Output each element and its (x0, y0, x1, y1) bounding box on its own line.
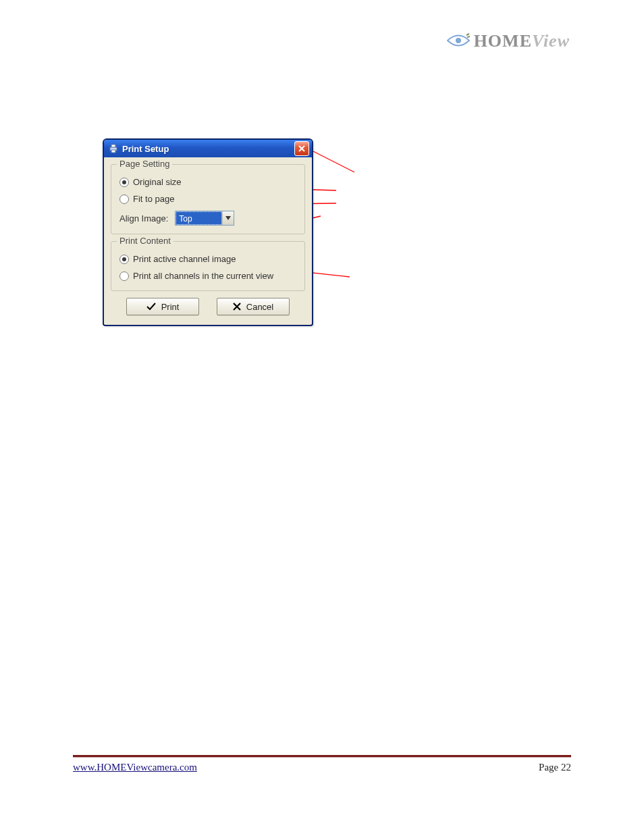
figure-area: Print Setup Page Setting Original size F… (101, 138, 385, 375)
dialog-body: Page Setting Original size Fit to page A… (104, 157, 312, 325)
eye-icon (447, 33, 470, 50)
close-icon (298, 145, 305, 152)
svg-rect-8 (111, 150, 115, 153)
original-size-label: Original size (133, 177, 182, 187)
brand-logo: HOMEView (447, 31, 570, 51)
print-setup-dialog: Print Setup Page Setting Original size F… (103, 138, 313, 326)
footer-url-link[interactable]: www.HOMEViewcamera.com (73, 762, 197, 773)
all-channels-radio[interactable] (119, 271, 129, 281)
svg-rect-7 (111, 145, 115, 147)
align-image-row: Align Image: Top (119, 211, 298, 226)
align-image-value: Top (176, 211, 222, 225)
active-channel-radio[interactable] (119, 255, 129, 264)
cancel-button-label: Cancel (246, 302, 273, 312)
fit-to-page-radio[interactable] (119, 194, 129, 204)
check-icon (146, 303, 156, 311)
chevron-down-icon (222, 211, 234, 225)
brand-text: HOMEView (474, 31, 570, 51)
titlebar[interactable]: Print Setup (104, 140, 312, 157)
footer-page-number: Page 22 (539, 762, 571, 773)
active-channel-label: Print active channel image (133, 254, 236, 264)
x-icon (233, 303, 241, 311)
print-content-legend: Print Content (117, 236, 173, 246)
dialog-title: Print Setup (122, 144, 294, 154)
all-channels-row[interactable]: Print all channels in the current view (119, 271, 298, 281)
close-button[interactable] (294, 141, 309, 156)
brand-suffix: View (532, 31, 570, 51)
print-button-label: Print (161, 302, 180, 312)
active-channel-row[interactable]: Print active channel image (119, 254, 298, 264)
brand-main: HOME (474, 31, 532, 51)
svg-point-0 (456, 38, 461, 43)
page-footer: www.HOMEViewcamera.com Page 22 (73, 755, 571, 773)
footer-divider (73, 755, 571, 758)
all-channels-label: Print all channels in the current view (133, 271, 273, 281)
print-button[interactable]: Print (126, 298, 199, 315)
page-setting-group: Page Setting Original size Fit to page A… (111, 164, 305, 234)
print-content-group: Print Content Print active channel image… (111, 241, 305, 291)
printer-icon (108, 143, 119, 154)
align-image-select[interactable]: Top (175, 211, 234, 226)
svg-line-1 (308, 149, 354, 172)
page-setting-legend: Page Setting (117, 159, 172, 169)
fit-to-page-row[interactable]: Fit to page (119, 194, 298, 204)
original-size-radio[interactable] (119, 178, 129, 187)
align-image-label: Align Image: (119, 213, 168, 224)
cancel-button[interactable]: Cancel (217, 298, 290, 315)
original-size-row[interactable]: Original size (119, 177, 298, 187)
fit-to-page-label: Fit to page (133, 194, 174, 204)
button-row: Print Cancel (111, 298, 305, 315)
